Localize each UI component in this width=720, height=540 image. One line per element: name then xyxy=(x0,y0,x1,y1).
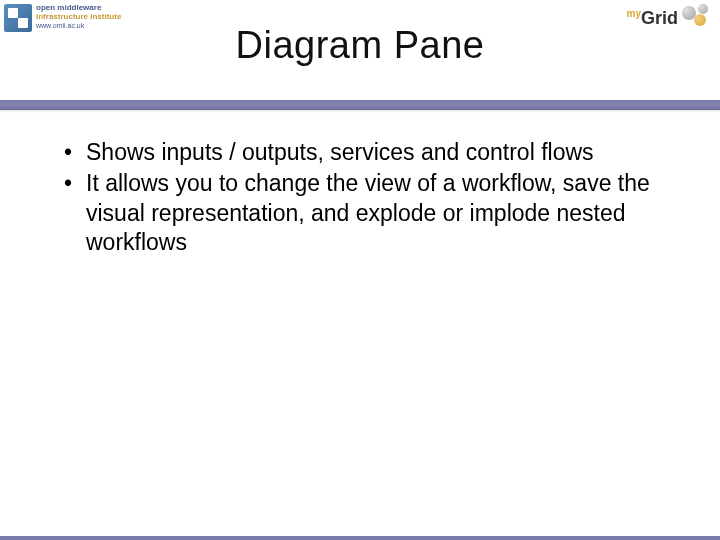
cog-cluster-icon xyxy=(680,4,712,32)
footer-bar xyxy=(0,536,720,540)
cog-icon xyxy=(698,4,708,14)
slide-header: open middleware infrastructure institute… xyxy=(0,0,720,100)
slide-content: Shows inputs / outputs, services and con… xyxy=(0,110,720,280)
header-divider xyxy=(0,100,720,110)
omii-logo: open middleware infrastructure institute… xyxy=(4,4,121,32)
cog-icon xyxy=(694,14,706,26)
mygrid-logo: myGrid xyxy=(627,4,712,32)
mygrid-logo-text: myGrid xyxy=(627,8,678,29)
bullet-item: Shows inputs / outputs, services and con… xyxy=(50,138,670,167)
logo-line-3: www.omii.ac.uk xyxy=(36,22,121,30)
bullet-list: Shows inputs / outputs, services and con… xyxy=(50,138,670,258)
omii-logo-icon xyxy=(4,4,32,32)
mygrid-main: Grid xyxy=(641,8,678,28)
bullet-item: It allows you to change the view of a wo… xyxy=(50,169,670,257)
logo-line-2: infrastructure institute xyxy=(36,13,121,22)
mygrid-prefix: my xyxy=(627,8,641,19)
omii-logo-text: open middleware infrastructure institute… xyxy=(36,4,121,29)
